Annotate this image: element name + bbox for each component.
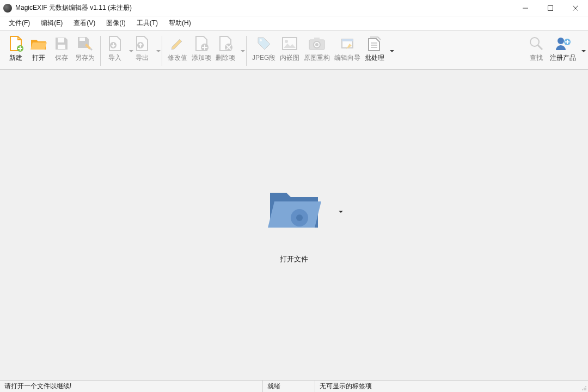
open-file-label: 打开文件 xyxy=(280,254,308,264)
add-label: 添加项 xyxy=(192,53,211,63)
svg-rect-26 xyxy=(342,39,353,41)
svg-point-20 xyxy=(285,40,288,43)
menu-tools[interactable]: 工具(T) xyxy=(131,16,163,30)
menu-file[interactable]: 文件(F) xyxy=(3,16,35,30)
maximize-button[interactable] xyxy=(538,0,563,16)
modify-button: 修改值 xyxy=(166,33,189,69)
svg-point-42 xyxy=(584,389,585,390)
save-icon xyxy=(53,35,70,52)
jpegseg-label: JPEG段 xyxy=(252,53,275,63)
svg-point-32 xyxy=(558,38,564,44)
svg-rect-22 xyxy=(314,38,320,40)
edit-icon xyxy=(169,35,186,52)
open-folder-icon xyxy=(30,35,47,52)
svg-point-24 xyxy=(315,43,318,46)
toolbar-spacer xyxy=(392,33,525,69)
camera-icon xyxy=(308,35,326,52)
saveas-icon xyxy=(76,35,94,52)
wizard-button: 编辑向导 xyxy=(332,33,363,69)
svg-rect-7 xyxy=(58,38,64,42)
modify-label: 修改值 xyxy=(168,53,187,63)
export-label: 导出 xyxy=(136,53,149,63)
main-area: 打开文件 xyxy=(0,70,588,380)
open-button[interactable]: 打开 xyxy=(27,33,50,69)
toolbar-separator xyxy=(162,36,162,66)
picture-icon xyxy=(281,35,298,52)
svg-point-18 xyxy=(260,39,262,41)
maximize-icon xyxy=(548,5,553,11)
svg-rect-1 xyxy=(548,5,553,10)
toolbar: 新建 打开 保存 另存为 导入 导出 xyxy=(0,30,588,70)
menu-edit[interactable]: 编辑(E) xyxy=(35,16,68,30)
wizard-label: 编辑向导 xyxy=(334,53,360,63)
window-title: MagicEXIF 元数据编辑器 v1.11 (未注册) xyxy=(15,3,513,13)
window-controls xyxy=(513,0,588,16)
jpegseg-button: JPEG段 xyxy=(250,33,278,69)
delete-button: 删除项 xyxy=(213,33,243,69)
dropdown-icon[interactable] xyxy=(339,208,343,216)
export-icon xyxy=(133,35,151,52)
new-label: 新建 xyxy=(9,53,22,63)
rebuild-label: 原图重构 xyxy=(304,53,330,63)
dropdown-icon xyxy=(581,47,586,55)
svg-rect-8 xyxy=(58,45,65,49)
svg-point-39 xyxy=(584,388,585,389)
embed-label: 内嵌图 xyxy=(280,53,299,63)
delete-icon xyxy=(217,35,234,52)
close-button[interactable] xyxy=(563,0,588,16)
status-ready: 就绪 xyxy=(263,381,315,392)
import-label: 导入 xyxy=(108,53,121,63)
resize-grip-icon[interactable] xyxy=(579,381,588,392)
import-icon xyxy=(106,35,124,52)
save-label: 保存 xyxy=(55,53,68,63)
delete-label: 删除项 xyxy=(216,53,235,63)
new-file-icon xyxy=(7,35,24,52)
rebuild-button: 原图重构 xyxy=(302,33,332,69)
register-icon xyxy=(554,35,572,52)
statusbar: 请打开一个文件以继续! 就绪 无可显示的标签项 xyxy=(0,380,588,392)
menu-help[interactable]: 帮助(H) xyxy=(163,16,197,30)
saveas-label: 另存为 xyxy=(75,53,95,63)
find-button: 查找 xyxy=(525,33,548,69)
svg-point-37 xyxy=(296,215,303,221)
wizard-icon xyxy=(339,35,356,52)
svg-point-40 xyxy=(585,388,586,389)
register-button[interactable]: 注册产品 xyxy=(548,33,584,69)
folder-open-icon xyxy=(267,186,321,232)
svg-point-30 xyxy=(530,38,539,46)
open-file-prompt: 打开文件 xyxy=(267,186,321,264)
tag-icon xyxy=(255,35,273,52)
toolbar-separator xyxy=(246,36,247,66)
export-button: 导出 xyxy=(131,33,158,69)
window-titlebar: MagicEXIF 元数据编辑器 v1.11 (未注册) xyxy=(0,0,588,16)
batch-label: 批处理 xyxy=(365,53,384,63)
svg-point-41 xyxy=(582,389,583,390)
batch-button[interactable]: 批处理 xyxy=(363,33,392,69)
svg-rect-9 xyxy=(79,38,85,41)
new-button[interactable]: 新建 xyxy=(4,33,27,69)
register-label: 注册产品 xyxy=(550,53,576,63)
search-icon xyxy=(528,35,545,52)
add-button: 添加项 xyxy=(189,33,213,69)
minimize-icon xyxy=(523,5,528,11)
menubar: 文件(F) 编辑(E) 查看(V) 图像(I) 工具(T) 帮助(H) xyxy=(0,16,588,30)
save-button: 保存 xyxy=(50,33,73,69)
open-label: 打开 xyxy=(32,53,45,63)
minimize-button[interactable] xyxy=(513,0,538,16)
dropdown-icon xyxy=(156,47,161,55)
menu-view[interactable]: 查看(V) xyxy=(68,16,101,30)
dropdown-icon xyxy=(390,47,394,55)
svg-point-43 xyxy=(585,389,586,390)
saveas-button: 另存为 xyxy=(73,33,97,69)
find-label: 查找 xyxy=(530,53,543,63)
menu-image[interactable]: 图像(I) xyxy=(101,16,131,30)
batch-icon xyxy=(366,35,383,52)
toolbar-separator xyxy=(100,36,101,66)
import-button: 导入 xyxy=(104,33,131,69)
add-icon xyxy=(193,35,210,52)
dropdown-icon xyxy=(241,47,245,55)
svg-line-31 xyxy=(538,45,542,50)
app-icon xyxy=(3,4,12,13)
folder-wrapper[interactable] xyxy=(267,186,321,234)
svg-point-38 xyxy=(585,386,586,387)
